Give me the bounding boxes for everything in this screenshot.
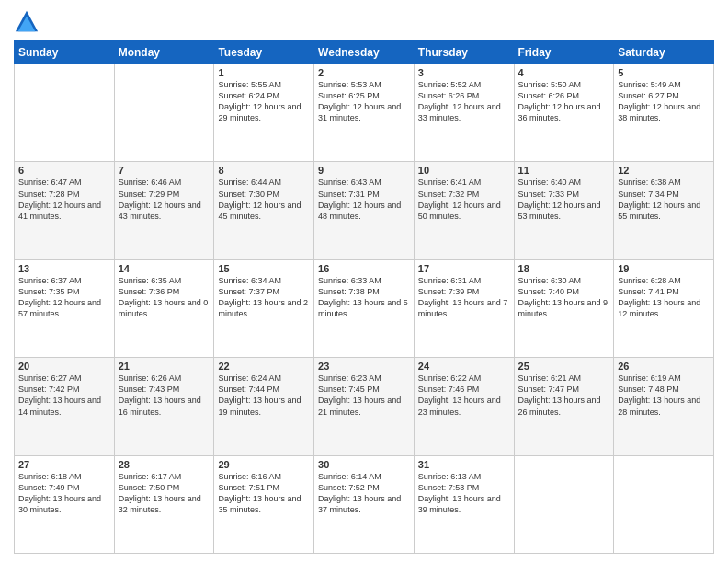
day-info: Sunrise: 6:30 AM Sunset: 7:40 PM Dayligh… <box>518 275 610 320</box>
day-number: 26 <box>618 361 710 372</box>
day-number: 15 <box>218 263 310 274</box>
day-number: 18 <box>518 263 610 274</box>
day-number: 19 <box>618 263 710 274</box>
day-info: Sunrise: 6:22 AM Sunset: 7:46 PM Dayligh… <box>418 373 510 418</box>
day-info: Sunrise: 6:14 AM Sunset: 7:52 PM Dayligh… <box>318 471 410 516</box>
day-info: Sunrise: 6:44 AM Sunset: 7:30 PM Dayligh… <box>218 177 310 222</box>
day-number: 7 <box>119 165 210 176</box>
calendar-cell: 26Sunrise: 6:19 AM Sunset: 7:48 PM Dayli… <box>614 358 714 455</box>
day-number: 27 <box>18 459 110 470</box>
page: SundayMondayTuesdayWednesdayThursdayFrid… <box>0 0 728 563</box>
calendar-cell: 2Sunrise: 5:53 AM Sunset: 6:25 PM Daylig… <box>314 64 415 162</box>
calendar-cell: 27Sunrise: 6:18 AM Sunset: 7:49 PM Dayli… <box>15 455 115 553</box>
calendar-cell: 5Sunrise: 5:49 AM Sunset: 6:27 PM Daylig… <box>614 64 714 162</box>
day-info: Sunrise: 6:17 AM Sunset: 7:50 PM Dayligh… <box>119 471 210 516</box>
calendar-week-5: 27Sunrise: 6:18 AM Sunset: 7:49 PM Dayli… <box>15 455 714 553</box>
day-number: 5 <box>618 67 710 78</box>
day-info: Sunrise: 6:35 AM Sunset: 7:36 PM Dayligh… <box>119 275 210 320</box>
calendar-cell: 4Sunrise: 5:50 AM Sunset: 6:26 PM Daylig… <box>514 64 614 162</box>
calendar-cell: 19Sunrise: 6:28 AM Sunset: 7:41 PM Dayli… <box>614 259 714 357</box>
day-number: 13 <box>18 263 110 274</box>
header <box>14 9 714 35</box>
calendar-cell: 12Sunrise: 6:38 AM Sunset: 7:34 PM Dayli… <box>614 162 714 259</box>
calendar-cell: 29Sunrise: 6:16 AM Sunset: 7:51 PM Dayli… <box>214 455 314 553</box>
day-info: Sunrise: 5:53 AM Sunset: 6:25 PM Dayligh… <box>318 79 410 124</box>
day-info: Sunrise: 5:49 AM Sunset: 6:27 PM Dayligh… <box>618 79 710 124</box>
day-header-friday: Friday <box>514 41 614 64</box>
day-header-monday: Monday <box>114 41 214 64</box>
day-info: Sunrise: 6:40 AM Sunset: 7:33 PM Dayligh… <box>518 177 610 222</box>
calendar-cell: 24Sunrise: 6:22 AM Sunset: 7:46 PM Dayli… <box>414 358 514 455</box>
calendar-table: SundayMondayTuesdayWednesdayThursdayFrid… <box>14 40 714 554</box>
day-number: 8 <box>218 165 310 176</box>
calendar-cell: 9Sunrise: 6:43 AM Sunset: 7:31 PM Daylig… <box>314 162 415 259</box>
day-number: 31 <box>418 459 510 470</box>
calendar-cell: 23Sunrise: 6:23 AM Sunset: 7:45 PM Dayli… <box>314 358 415 455</box>
calendar-cell: 25Sunrise: 6:21 AM Sunset: 7:47 PM Dayli… <box>514 358 614 455</box>
calendar-cell: 30Sunrise: 6:14 AM Sunset: 7:52 PM Dayli… <box>314 455 415 553</box>
calendar-cell: 21Sunrise: 6:26 AM Sunset: 7:43 PM Dayli… <box>114 358 214 455</box>
day-header-tuesday: Tuesday <box>214 41 314 64</box>
logo <box>14 9 43 35</box>
calendar-cell <box>614 455 714 553</box>
calendar-cell: 15Sunrise: 6:34 AM Sunset: 7:37 PM Dayli… <box>214 259 314 357</box>
day-info: Sunrise: 5:52 AM Sunset: 6:26 PM Dayligh… <box>418 79 510 124</box>
calendar-cell: 3Sunrise: 5:52 AM Sunset: 6:26 PM Daylig… <box>414 64 514 162</box>
calendar-week-4: 20Sunrise: 6:27 AM Sunset: 7:42 PM Dayli… <box>15 358 714 455</box>
day-number: 6 <box>18 165 110 176</box>
day-info: Sunrise: 6:23 AM Sunset: 7:45 PM Dayligh… <box>318 373 410 418</box>
day-number: 1 <box>218 67 310 78</box>
calendar-cell: 18Sunrise: 6:30 AM Sunset: 7:40 PM Dayli… <box>514 259 614 357</box>
calendar-cell: 17Sunrise: 6:31 AM Sunset: 7:39 PM Dayli… <box>414 259 514 357</box>
day-info: Sunrise: 6:37 AM Sunset: 7:35 PM Dayligh… <box>18 275 110 320</box>
day-header-wednesday: Wednesday <box>314 41 415 64</box>
day-number: 21 <box>119 361 210 372</box>
day-info: Sunrise: 6:46 AM Sunset: 7:29 PM Dayligh… <box>119 177 210 222</box>
calendar-cell: 31Sunrise: 6:13 AM Sunset: 7:53 PM Dayli… <box>414 455 514 553</box>
day-info: Sunrise: 6:47 AM Sunset: 7:28 PM Dayligh… <box>18 177 110 222</box>
day-number: 17 <box>418 263 510 274</box>
calendar-cell: 20Sunrise: 6:27 AM Sunset: 7:42 PM Dayli… <box>15 358 115 455</box>
calendar-cell: 8Sunrise: 6:44 AM Sunset: 7:30 PM Daylig… <box>214 162 314 259</box>
day-info: Sunrise: 5:55 AM Sunset: 6:24 PM Dayligh… <box>218 79 310 124</box>
calendar-cell <box>15 64 115 162</box>
day-number: 22 <box>218 361 310 372</box>
day-info: Sunrise: 6:19 AM Sunset: 7:48 PM Dayligh… <box>618 373 710 418</box>
calendar-week-3: 13Sunrise: 6:37 AM Sunset: 7:35 PM Dayli… <box>15 259 714 357</box>
day-info: Sunrise: 6:13 AM Sunset: 7:53 PM Dayligh… <box>418 471 510 516</box>
calendar-cell: 7Sunrise: 6:46 AM Sunset: 7:29 PM Daylig… <box>114 162 214 259</box>
calendar-cell: 10Sunrise: 6:41 AM Sunset: 7:32 PM Dayli… <box>414 162 514 259</box>
calendar-cell: 6Sunrise: 6:47 AM Sunset: 7:28 PM Daylig… <box>15 162 115 259</box>
calendar-cell <box>114 64 214 162</box>
day-info: Sunrise: 6:43 AM Sunset: 7:31 PM Dayligh… <box>318 177 410 222</box>
day-number: 10 <box>418 165 510 176</box>
day-number: 4 <box>518 67 610 78</box>
day-number: 20 <box>18 361 110 372</box>
day-number: 24 <box>418 361 510 372</box>
day-info: Sunrise: 6:33 AM Sunset: 7:38 PM Dayligh… <box>318 275 410 320</box>
day-number: 3 <box>418 67 510 78</box>
day-info: Sunrise: 6:34 AM Sunset: 7:37 PM Dayligh… <box>218 275 310 320</box>
calendar-week-1: 1Sunrise: 5:55 AM Sunset: 6:24 PM Daylig… <box>15 64 714 162</box>
calendar-cell: 14Sunrise: 6:35 AM Sunset: 7:36 PM Dayli… <box>114 259 214 357</box>
day-number: 25 <box>518 361 610 372</box>
calendar-cell: 16Sunrise: 6:33 AM Sunset: 7:38 PM Dayli… <box>314 259 415 357</box>
day-number: 9 <box>318 165 410 176</box>
calendar-week-2: 6Sunrise: 6:47 AM Sunset: 7:28 PM Daylig… <box>15 162 714 259</box>
day-number: 23 <box>318 361 410 372</box>
logo-icon <box>14 9 40 35</box>
day-header-thursday: Thursday <box>414 41 514 64</box>
day-info: Sunrise: 6:27 AM Sunset: 7:42 PM Dayligh… <box>18 373 110 418</box>
day-number: 30 <box>318 459 410 470</box>
day-number: 28 <box>119 459 210 470</box>
day-number: 16 <box>318 263 410 274</box>
day-info: Sunrise: 6:16 AM Sunset: 7:51 PM Dayligh… <box>218 471 310 516</box>
day-info: Sunrise: 6:28 AM Sunset: 7:41 PM Dayligh… <box>618 275 710 320</box>
day-info: Sunrise: 6:38 AM Sunset: 7:34 PM Dayligh… <box>618 177 710 222</box>
calendar-cell: 13Sunrise: 6:37 AM Sunset: 7:35 PM Dayli… <box>15 259 115 357</box>
day-info: Sunrise: 6:24 AM Sunset: 7:44 PM Dayligh… <box>218 373 310 418</box>
calendar-cell <box>514 455 614 553</box>
day-info: Sunrise: 6:31 AM Sunset: 7:39 PM Dayligh… <box>418 275 510 320</box>
day-info: Sunrise: 5:50 AM Sunset: 6:26 PM Dayligh… <box>518 79 610 124</box>
day-header-sunday: Sunday <box>15 41 115 64</box>
